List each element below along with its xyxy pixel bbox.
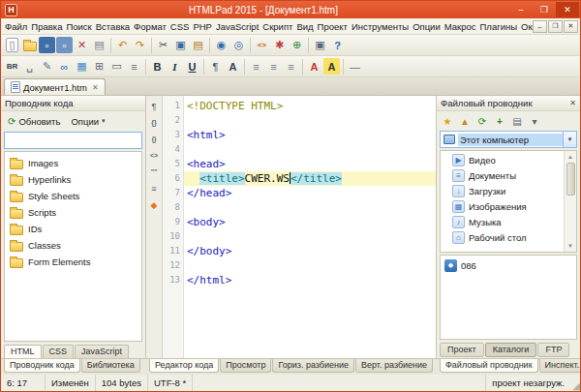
code-line[interactable]: </body> — [184, 244, 436, 258]
left-panel-tab[interactable]: Проводник кода — [4, 359, 80, 373]
braces-icon[interactable]: {} — [147, 116, 161, 129]
bold-button[interactable]: B — [149, 58, 166, 75]
panel-close-icon[interactable]: ✕ — [569, 99, 576, 107]
favorite-folder-icon[interactable]: ★ — [440, 113, 455, 129]
location-combo[interactable]: Этот компьютер ▾ — [440, 131, 577, 148]
language-tab[interactable]: JavaScript — [75, 345, 129, 358]
paragraph-button[interactable]: ¶ — [207, 58, 224, 75]
menu-item[interactable]: Окна — [519, 20, 533, 33]
scroll-thumb[interactable] — [566, 163, 575, 196]
font-button[interactable]: A — [225, 58, 241, 75]
editor-view-tab[interactable]: Гориз. разбиение — [272, 359, 354, 373]
maximize-button[interactable]: ❐ — [533, 2, 556, 17]
snippets-icon[interactable]: ≡ — [147, 182, 161, 195]
code-explorer-folder[interactable]: Hyperlinks — [10, 171, 141, 188]
explorer-mode-tab[interactable]: FTP — [537, 343, 569, 357]
close-button[interactable]: ✕ — [556, 2, 579, 17]
list-button[interactable]: ≡ — [126, 58, 142, 75]
browser-preview-icon[interactable]: ⊕ — [289, 37, 305, 53]
code-line[interactable]: <body> — [184, 215, 436, 229]
tab-close-icon[interactable]: ✕ — [92, 83, 99, 92]
mdi-close-button[interactable]: ✕ — [564, 20, 578, 33]
code-explorer-folder[interactable]: Scripts — [10, 204, 141, 221]
menu-item[interactable]: JavaScript — [214, 20, 260, 33]
mdi-restore-button[interactable]: ❐ — [548, 20, 563, 33]
image-button[interactable]: ▦ — [74, 58, 90, 75]
code-line[interactable]: <head> — [184, 157, 436, 171]
menu-item[interactable]: Инструменты — [350, 20, 411, 33]
anchor-button[interactable]: ∞ — [56, 58, 73, 75]
code-line[interactable] — [184, 200, 436, 215]
underline-button[interactable]: U — [184, 58, 200, 75]
cut-icon[interactable]: ✂ — [155, 37, 171, 53]
replace-icon[interactable]: ◎ — [230, 37, 247, 53]
align-center-button[interactable]: ≡ — [265, 58, 282, 75]
language-tab[interactable]: HTML — [4, 345, 42, 358]
resize-grip[interactable]: ◢ — [567, 375, 580, 391]
file-tree-item[interactable]: ▶Видео — [441, 152, 564, 167]
code-explorer-folder[interactable]: Form Elements — [10, 254, 141, 270]
paste-icon[interactable]: ▤ — [190, 37, 206, 53]
code-line[interactable]: </html> — [184, 273, 436, 287]
right-panel-tab[interactable]: Инспект... — [539, 359, 580, 373]
open-file-icon[interactable] — [21, 37, 38, 53]
code-line[interactable] — [184, 142, 436, 157]
horizontal-rule-button[interactable]: — — [347, 58, 363, 75]
code-line[interactable]: <!DOCTYPE HTML> — [184, 99, 436, 113]
table-button[interactable]: ⊞ — [91, 58, 107, 75]
print-icon[interactable]: ▤ — [91, 37, 107, 53]
menu-item[interactable]: PHP — [191, 20, 214, 33]
search-input[interactable] — [7, 136, 139, 146]
device-item[interactable]: ◆086 — [443, 257, 574, 273]
menu-item[interactable]: Проект — [316, 20, 350, 33]
angle-brackets-icon[interactable]: <> — [147, 149, 161, 162]
code-explorer-folder[interactable]: Classes — [10, 237, 141, 254]
code-line[interactable] — [184, 229, 436, 244]
copy-icon[interactable]: ▣ — [172, 37, 189, 53]
code-line[interactable] — [184, 113, 436, 128]
editor-view-tab[interactable]: Просмотр — [220, 359, 271, 373]
parentheses-icon[interactable]: () — [147, 133, 161, 145]
color-palette-icon[interactable]: ✱ — [271, 37, 288, 53]
scroll-down-icon[interactable]: ▼ — [567, 240, 573, 252]
comment-button[interactable]: ✎ — [39, 58, 55, 75]
code-explorer-folder[interactable]: IDs — [10, 221, 141, 237]
paragraph-marks-icon[interactable]: ¶ — [147, 100, 161, 112]
menu-item[interactable]: Формат — [132, 20, 168, 33]
refresh-button[interactable]: ⟳ Обновить — [4, 115, 64, 128]
save-icon[interactable]: ▫ — [39, 37, 55, 53]
menu-item[interactable]: Поиск — [64, 20, 93, 33]
scrollbar[interactable]: ▲ ▼ — [564, 151, 576, 252]
menu-item[interactable]: CSS — [168, 20, 192, 33]
undo-icon[interactable]: ↶ — [114, 37, 131, 53]
code-line[interactable] — [184, 258, 436, 273]
language-tab[interactable]: CSS — [43, 345, 75, 358]
refresh-icon[interactable]: ⟳ — [474, 113, 490, 129]
code-line[interactable]: <title>CWER.WS</title> — [184, 171, 436, 186]
editor-view-tab[interactable]: Верт. разбиение — [355, 359, 433, 373]
editor-view-tab[interactable]: Редактор кода — [149, 359, 219, 373]
file-tree-item[interactable]: ♪Музыка — [441, 214, 564, 229]
menu-item[interactable]: Вставка — [94, 20, 132, 33]
help-icon[interactable]: ? — [329, 37, 346, 53]
code-editor[interactable]: <!DOCTYPE HTML><html><head> <title>CWER.… — [184, 96, 436, 358]
scroll-up-icon[interactable]: ▲ — [567, 151, 573, 163]
align-right-button[interactable]: ≡ — [283, 58, 299, 75]
new-folder-icon[interactable]: + — [492, 113, 507, 129]
file-tree-item[interactable]: ▦Изображения — [441, 198, 564, 214]
text-color-button[interactable]: A — [306, 58, 322, 75]
close-document-icon[interactable]: ✕ — [74, 37, 90, 53]
form-button[interactable]: ▭ — [108, 58, 125, 75]
nbsp-button[interactable]: ␣ — [21, 58, 38, 75]
combo-dropdown-icon[interactable]: ▾ — [563, 132, 576, 147]
folder-up-icon[interactable]: ▲ — [457, 113, 473, 129]
mdi-minimize-button[interactable]: – — [533, 20, 547, 33]
code-line[interactable]: </head> — [184, 186, 436, 200]
new-document-icon[interactable]: ▯ — [6, 38, 18, 52]
code-explorer-folder[interactable]: Style Sheets — [10, 188, 141, 204]
save-all-icon[interactable]: ▫ — [56, 37, 73, 53]
menu-item[interactable]: Файл — [3, 20, 29, 33]
file-tree-item[interactable]: ≡Документы — [441, 167, 564, 183]
options-button[interactable]: Опции ▾ — [67, 115, 108, 128]
menu-item[interactable]: Опции — [411, 20, 443, 33]
